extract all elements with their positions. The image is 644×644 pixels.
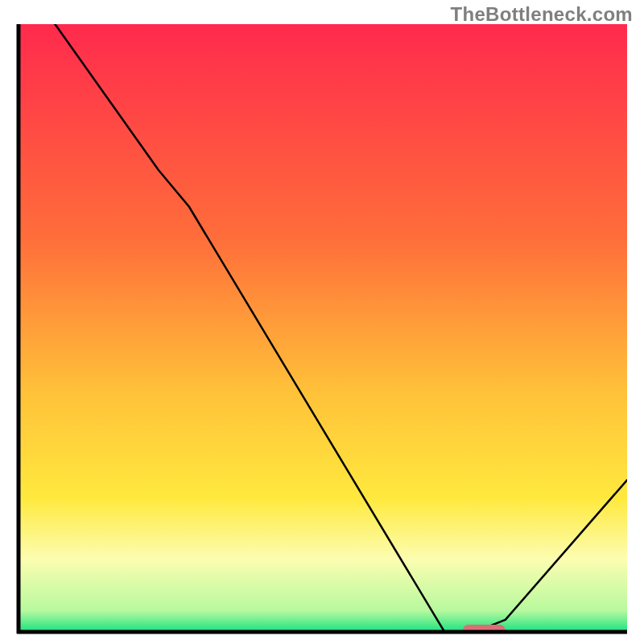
gradient-background [19, 24, 627, 632]
watermark-text: TheBottleneck.com [451, 3, 633, 26]
bottleneck-chart [16, 24, 630, 634]
chart-container: TheBottleneck.com [0, 0, 644, 644]
